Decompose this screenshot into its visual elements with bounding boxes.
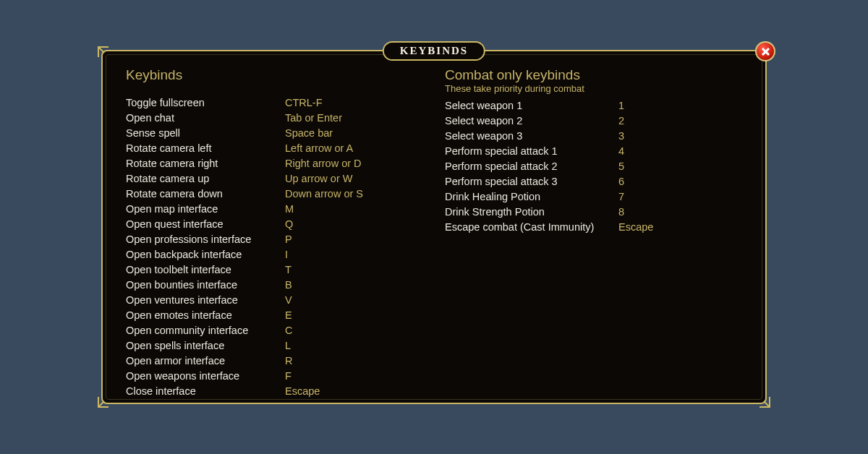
keybind-action: Open quest interface (126, 217, 285, 232)
keybind-row: Open chatTab or Enter (126, 111, 423, 126)
keybind-key: Space bar (285, 126, 333, 141)
keybind-row: Open professions interfaceP (126, 232, 423, 247)
keybind-row: Open spells interfaceL (126, 338, 423, 354)
keybind-row: Drink Strength Potion8 (445, 205, 742, 220)
keybind-row: Rotate camera downDown arrow or S (126, 187, 423, 202)
keybind-key: CTRL-F (285, 95, 323, 111)
keybind-row: Sense spellSpace bar (126, 126, 423, 141)
corner-ornament-br (758, 395, 771, 408)
keybind-row: Drink Healing Potion7 (445, 189, 742, 205)
keybind-action: Open spells interface (126, 338, 285, 354)
keybind-action: Perform special attack 1 (445, 144, 618, 159)
keybinds-panel: KEYBINDS Keybinds Toggle fullscreenCTRL-… (101, 50, 767, 404)
keybind-action: Open armor interface (126, 354, 285, 369)
keybind-row: Open map interfaceM (126, 202, 423, 217)
keybind-key: Escape (618, 220, 653, 235)
keybind-row: Rotate camera rightRight arrow or D (126, 156, 423, 171)
keybind-row: Rotate camera upUp arrow or W (126, 171, 423, 187)
keybind-key: Left arrow or A (285, 141, 353, 156)
keybind-action: Open ventures interface (126, 293, 285, 308)
keybind-action: Open map interface (126, 202, 285, 217)
keybind-row: Open bounties interfaceB (126, 278, 423, 293)
keybind-row: Open emotes interfaceE (126, 308, 423, 323)
keybind-action: Open community interface (126, 323, 285, 338)
corner-ornament-tl (97, 46, 110, 59)
corner-ornament-bl (97, 395, 110, 408)
keybind-key: Up arrow or W (285, 171, 352, 187)
keybind-action: Rotate camera down (126, 187, 285, 202)
combat-keybinds-column: Combat only keybinds These take priority… (445, 67, 742, 390)
keybind-key: Escape (285, 384, 320, 399)
keybind-row: Close interfaceEscape (126, 384, 423, 399)
keybind-key: P (285, 232, 292, 247)
keybind-action: Rotate camera left (126, 141, 285, 156)
close-button[interactable] (755, 41, 775, 61)
keybind-action: Close interface (126, 384, 285, 399)
keybind-row: Select weapon 11 (445, 98, 742, 113)
keybind-row: Open ventures interfaceV (126, 293, 423, 308)
keybind-row: Perform special attack 25 (445, 159, 742, 174)
keybind-key: Tab or Enter (285, 111, 342, 126)
keybind-row: Rotate camera leftLeft arrow or A (126, 141, 423, 156)
keybind-row: Open community interfaceC (126, 323, 423, 338)
keybind-action: Open bounties interface (126, 278, 285, 293)
keybind-key: 1 (618, 98, 624, 113)
keybind-row: Perform special attack 14 (445, 144, 742, 159)
keybind-key: M (285, 202, 294, 217)
keybind-key: E (285, 308, 292, 323)
keybind-action: Sense spell (126, 126, 285, 141)
keybind-key: 5 (618, 159, 624, 174)
keybind-row: Select weapon 33 (445, 129, 742, 144)
keybind-action: Toggle fullscreen (126, 95, 285, 111)
keybind-row: Open armor interfaceR (126, 354, 423, 369)
keybind-key: 7 (618, 189, 624, 205)
keybind-action: Open weapons interface (126, 369, 285, 384)
keybind-key: F (285, 369, 292, 384)
keybind-action: Select weapon 1 (445, 98, 618, 113)
keybind-key: B (285, 278, 292, 293)
keybind-key: C (285, 323, 292, 338)
keybind-action: Select weapon 3 (445, 129, 618, 144)
keybind-action: Drink Healing Potion (445, 189, 618, 205)
combat-keybinds-list: Select weapon 11Select weapon 22Select w… (445, 98, 742, 235)
keybind-action: Perform special attack 3 (445, 174, 618, 189)
keybind-action: Open emotes interface (126, 308, 285, 323)
keybind-action: Open backpack interface (126, 247, 285, 262)
combat-keybinds-subheading: These take priority during combat (445, 83, 742, 94)
keybind-key: Right arrow or D (285, 156, 362, 171)
keybind-action: Perform special attack 2 (445, 159, 618, 174)
keybind-action: Escape combat (Cast Immunity) (445, 220, 618, 235)
keybind-row: Open toolbelt interfaceT (126, 262, 423, 278)
keybind-key: V (285, 293, 292, 308)
keybind-key: Down arrow or S (285, 187, 363, 202)
keybind-action: Rotate camera up (126, 171, 285, 187)
keybind-key: 2 (618, 113, 624, 129)
keybind-key: 3 (618, 129, 624, 144)
keybind-key: 6 (618, 174, 624, 189)
combat-keybinds-heading: Combat only keybinds (445, 67, 742, 83)
keybind-key: T (285, 262, 292, 278)
keybind-key: L (285, 338, 291, 354)
keybind-row: Open quest interfaceQ (126, 217, 423, 232)
keybind-row: Open weapons interfaceF (126, 369, 423, 384)
keybind-row: Open backpack interfaceI (126, 247, 423, 262)
keybind-row: Perform special attack 36 (445, 174, 742, 189)
keybind-action: Open toolbelt interface (126, 262, 285, 278)
general-keybinds-heading: Keybinds (126, 67, 423, 83)
keybind-action: Drink Strength Potion (445, 205, 618, 220)
keybind-row: Select weapon 22 (445, 113, 742, 129)
general-keybinds-list: Toggle fullscreenCTRL-FOpen chatTab or E… (126, 95, 423, 399)
panel-title: KEYBINDS (383, 41, 485, 61)
keybind-action: Rotate camera right (126, 156, 285, 171)
keybind-key: 8 (618, 205, 624, 220)
keybind-key: 4 (618, 144, 624, 159)
keybind-row: Escape combat (Cast Immunity)Escape (445, 220, 742, 235)
keybind-key: Q (285, 217, 293, 232)
keybind-row: Toggle fullscreenCTRL-F (126, 95, 423, 111)
keybind-action: Open professions interface (126, 232, 285, 247)
keybind-action: Open chat (126, 111, 285, 126)
keybind-key: I (285, 247, 288, 262)
keybind-key: R (285, 354, 292, 369)
panel-content: Keybinds Toggle fullscreenCTRL-FOpen cha… (103, 51, 765, 403)
general-keybinds-column: Keybinds Toggle fullscreenCTRL-FOpen cha… (126, 67, 423, 390)
